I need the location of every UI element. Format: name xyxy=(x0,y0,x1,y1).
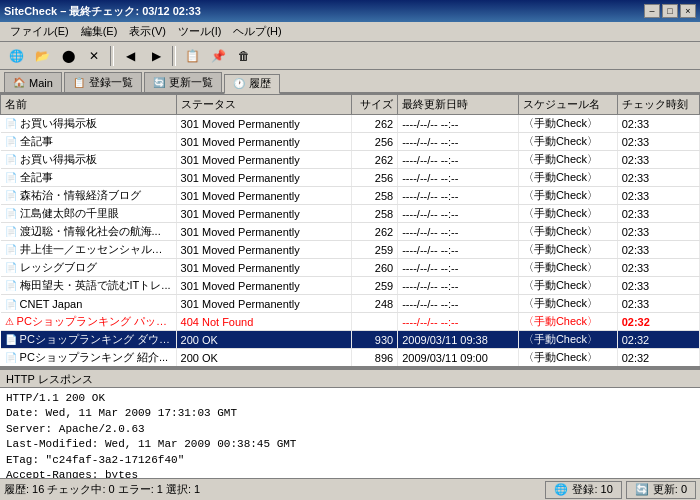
menu-help[interactable]: ヘルプ(H) xyxy=(227,23,287,40)
register-count-button[interactable]: 🌐 登録: 10 xyxy=(545,481,621,499)
update-count-button[interactable]: 🔄 更新: 0 xyxy=(626,481,696,499)
cell-size: 259 xyxy=(352,277,398,295)
maximize-button[interactable]: □ xyxy=(662,4,678,18)
cell-schedule: 〈手動Check〉 xyxy=(518,241,617,259)
table-row[interactable]: 📄 PCショップランキング 紹介... 200 OK 896 2009/03/1… xyxy=(1,349,700,367)
cell-status: 301 Moved Permanently xyxy=(176,259,352,277)
table-row[interactable]: 📄 レッシグブログ 301 Moved Permanently 260 ----… xyxy=(1,259,700,277)
cell-status: 301 Moved Permanently xyxy=(176,151,352,169)
cell-status: 301 Moved Permanently xyxy=(176,169,352,187)
cell-time: 02:32 xyxy=(617,349,699,367)
table-row[interactable]: 📄 全記事 301 Moved Permanently 256 ----/--/… xyxy=(1,169,700,187)
cell-time: 02:33 xyxy=(617,241,699,259)
table-row[interactable]: 📄 CNET Japan 301 Moved Permanently 248 -… xyxy=(1,295,700,313)
tab-main-label: Main xyxy=(29,77,53,89)
toolbar-delete-button[interactable]: 🗑 xyxy=(232,45,256,67)
toolbar-forward-button[interactable]: ▶ xyxy=(144,45,168,67)
cell-time: 02:33 xyxy=(617,133,699,151)
table-row[interactable]: 📄 渡辺聡・情報化社会の航海... 301 Moved Permanently … xyxy=(1,223,700,241)
cell-date: ----/--/-- --:-- xyxy=(398,133,519,151)
table-row[interactable]: 📄 お買い得掲示板 301 Moved Permanently 262 ----… xyxy=(1,115,700,133)
page-icon: 📄 xyxy=(5,244,17,255)
cell-schedule: 〈手動Check〉 xyxy=(518,277,617,295)
menu-file[interactable]: ファイル(E) xyxy=(4,23,75,40)
tab-main-icon: 🏠 xyxy=(13,77,25,88)
status-text: 履歴: 16 チェック中: 0 エラー: 1 選択: 1 xyxy=(4,482,545,497)
cell-status: 301 Moved Permanently xyxy=(176,115,352,133)
col-header-date[interactable]: 最終更新日時 xyxy=(398,95,519,115)
page-icon: 📄 xyxy=(5,172,17,183)
menu-view[interactable]: 表示(V) xyxy=(123,23,172,40)
table-row[interactable]: 📄 井上佳一／エッセンシャル・サ... 301 Moved Permanentl… xyxy=(1,241,700,259)
cell-name: 📄 全記事 xyxy=(1,169,177,187)
cell-size: 262 xyxy=(352,151,398,169)
cell-date: ----/--/-- --:-- xyxy=(398,115,519,133)
table-row[interactable]: 📄 森祐治・情報経済ブログ 301 Moved Permanently 258 … xyxy=(1,187,700,205)
tab-register[interactable]: 📋 登録一覧 xyxy=(64,72,142,92)
menu-tools[interactable]: ツール(I) xyxy=(172,23,227,40)
col-header-time[interactable]: チェック時刻 xyxy=(617,95,699,115)
cell-date: ----/--/-- --:-- xyxy=(398,259,519,277)
cell-date: ----/--/-- --:-- xyxy=(398,313,519,331)
page-icon: 📄 xyxy=(5,208,17,219)
col-header-status[interactable]: ステータス xyxy=(176,95,352,115)
col-header-name[interactable]: 名前 xyxy=(1,95,177,115)
cell-name: 📄 PCショップランキング ダウンロ... xyxy=(1,331,177,349)
cell-name: 📄 江島健太郎の千里眼 xyxy=(1,205,177,223)
cell-schedule: 〈手動Check〉 xyxy=(518,295,617,313)
cell-status: 200 OK xyxy=(176,331,352,349)
cell-schedule: 〈手動Check〉 xyxy=(518,115,617,133)
page-icon: 📄 xyxy=(5,154,17,165)
cell-time: 02:33 xyxy=(617,151,699,169)
cell-time: 02:32 xyxy=(617,331,699,349)
tab-bar: 🏠 Main 📋 登録一覧 🔄 更新一覧 🕐 履歴 xyxy=(0,70,700,94)
tab-history-icon: 🕐 xyxy=(233,78,245,89)
toolbar-open-button[interactable]: 📂 xyxy=(30,45,54,67)
page-icon: 📄 xyxy=(5,118,17,129)
col-header-schedule[interactable]: スケジュール名 xyxy=(518,95,617,115)
cell-size: 256 xyxy=(352,133,398,151)
cell-time: 02:33 xyxy=(617,205,699,223)
close-button[interactable]: × xyxy=(680,4,696,18)
cell-status: 301 Moved Permanently xyxy=(176,277,352,295)
table-row[interactable]: 📄 梅田望夫・英語で読むITトレ... 301 Moved Permanentl… xyxy=(1,277,700,295)
table-row[interactable]: 📄 江島健太郎の千里眼 301 Moved Permanently 258 --… xyxy=(1,205,700,223)
table-row[interactable]: 📄 全記事 301 Moved Permanently 256 ----/--/… xyxy=(1,133,700,151)
tab-history[interactable]: 🕐 履歴 xyxy=(224,74,280,94)
cell-schedule: 〈手動Check〉 xyxy=(518,331,617,349)
cell-size: 258 xyxy=(352,205,398,223)
tab-history-label: 履歴 xyxy=(249,76,271,91)
toolbar-separator-1 xyxy=(110,46,114,66)
table-row[interactable]: 📄 お買い得掲示板 301 Moved Permanently 262 ----… xyxy=(1,151,700,169)
http-response-line: Server: Apache/2.0.63 xyxy=(6,422,694,437)
table-area: 名前 ステータス サイズ 最終更新日時 スケジュール名 チェック時刻 📄 お買い… xyxy=(0,94,700,368)
tab-main[interactable]: 🏠 Main xyxy=(4,72,62,92)
cell-name: 📄 梅田望夫・英語で読むITトレ... xyxy=(1,277,177,295)
toolbar-stop-button[interactable]: ✕ xyxy=(82,45,106,67)
cell-time: 02:33 xyxy=(617,187,699,205)
table-row[interactable]: 📄 PCショップランキング ダウンロ... 200 OK 930 2009/03… xyxy=(1,331,700,349)
toolbar-copy-button[interactable]: 📋 xyxy=(180,45,204,67)
cell-name: 📄 渡辺聡・情報化社会の航海... xyxy=(1,223,177,241)
table-container[interactable]: 名前 ステータス サイズ 最終更新日時 スケジュール名 チェック時刻 📄 お買い… xyxy=(0,94,700,366)
toolbar-back-button[interactable]: ◀ xyxy=(118,45,142,67)
toolbar-save-button[interactable]: ⬤ xyxy=(56,45,80,67)
cell-name: 📄 CNET Japan xyxy=(1,295,177,313)
minimize-button[interactable]: – xyxy=(644,4,660,18)
cell-name: 📄 お買い得掲示板 xyxy=(1,151,177,169)
menu-edit[interactable]: 編集(E) xyxy=(75,23,124,40)
tab-update[interactable]: 🔄 更新一覧 xyxy=(144,72,222,92)
toolbar-new-button[interactable]: 🌐 xyxy=(4,45,28,67)
page-icon: 📄 xyxy=(5,136,17,147)
col-header-size[interactable]: サイズ xyxy=(352,95,398,115)
cell-status: 301 Moved Permanently xyxy=(176,241,352,259)
page-icon: 📄 xyxy=(5,262,17,273)
tab-update-icon: 🔄 xyxy=(153,77,165,88)
toolbar-paste-button[interactable]: 📌 xyxy=(206,45,230,67)
http-panel-content[interactable]: HTTP/1.1 200 OKDate: Wed, 11 Mar 2009 17… xyxy=(0,388,700,478)
title-bar: SiteCheck – 最終チェック: 03/12 02:33 – □ × xyxy=(0,0,700,22)
cell-size: 248 xyxy=(352,295,398,313)
tab-register-icon: 📋 xyxy=(73,77,85,88)
cell-schedule: 〈手動Check〉 xyxy=(518,349,617,367)
table-row[interactable]: ⚠ PCショップランキング パッケ... 404 Not Found ----/… xyxy=(1,313,700,331)
